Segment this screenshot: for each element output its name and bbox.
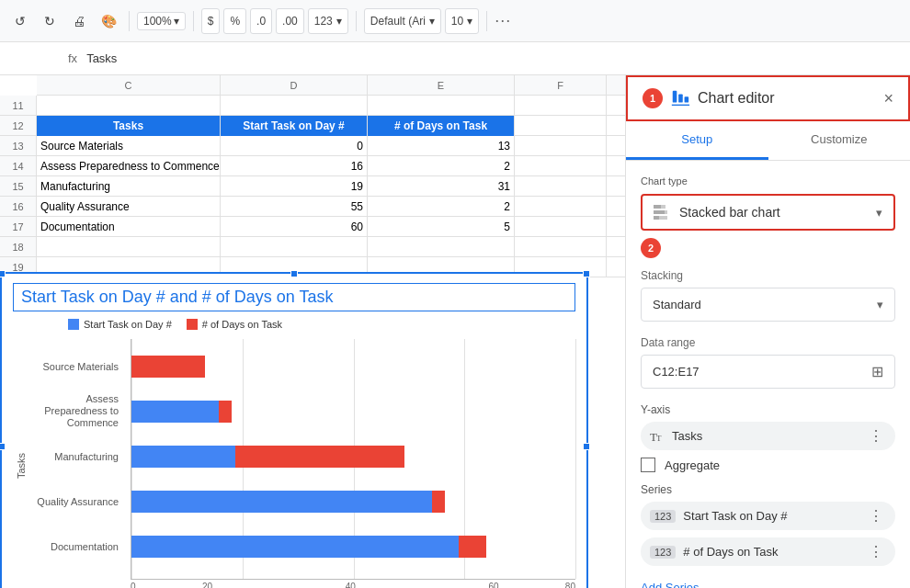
col-header-c[interactable]: C xyxy=(37,75,221,95)
cell-f17[interactable] xyxy=(515,217,607,237)
bar-blue-documentation xyxy=(131,536,459,558)
row-header-18[interactable]: 18 xyxy=(0,237,36,257)
row-header-16[interactable]: 16 xyxy=(0,197,36,217)
cell-d11[interactable] xyxy=(221,96,368,116)
row-header-15[interactable]: 15 xyxy=(0,176,36,197)
divider-4 xyxy=(486,11,487,31)
aggregate-checkbox[interactable] xyxy=(641,458,655,472)
cell-c13[interactable]: Source Materials xyxy=(37,136,221,156)
cell-f12[interactable] xyxy=(515,116,607,136)
stacking-dropdown[interactable]: Standard ▾ xyxy=(641,288,895,322)
cell-c12[interactable]: Tasks xyxy=(37,116,221,136)
redo-button[interactable]: ↻ xyxy=(37,8,63,34)
cell-e15[interactable]: 31 xyxy=(368,176,515,197)
resize-handle-tm[interactable] xyxy=(290,270,298,277)
data-range-row[interactable]: C12:E17 ⊞ xyxy=(641,355,895,389)
row-header-17[interactable]: 17 xyxy=(0,217,36,237)
cell-d13[interactable]: 0 xyxy=(221,136,368,156)
resize-handle-mr[interactable] xyxy=(583,443,590,450)
cell-c14[interactable]: Assess Preparedness to Commence xyxy=(37,156,221,176)
zoom-dropdown[interactable]: 100% ▾ xyxy=(137,12,186,30)
cell-e17[interactable]: 5 xyxy=(368,217,515,237)
formula-input[interactable] xyxy=(83,50,903,67)
bar-blue-manufacturing xyxy=(131,446,235,468)
cell-f15[interactable] xyxy=(515,176,607,197)
cell-e18[interactable] xyxy=(368,237,515,257)
font-size-dropdown[interactable]: 10 ▾ xyxy=(445,8,479,34)
stacking-value: Standard xyxy=(653,298,701,311)
x-tick-80: 80 xyxy=(565,582,575,588)
stacking-label: Stacking xyxy=(641,269,895,282)
decimal-more-button[interactable]: .00 xyxy=(276,8,304,34)
series-more-1-icon[interactable]: ⋮ xyxy=(869,507,884,525)
row-header-13[interactable]: 13 xyxy=(0,136,36,156)
ff-chevron-icon: ▾ xyxy=(429,15,435,28)
col-header-e[interactable]: E xyxy=(368,75,515,95)
table-row xyxy=(37,96,625,116)
decimal-less-label: .0 xyxy=(256,15,266,28)
y-axis-series-chip[interactable]: T T Tasks ⋮ xyxy=(641,422,895,450)
undo-button[interactable]: ↺ xyxy=(7,8,33,34)
chart-type-dropdown[interactable]: Stacked bar chart ▾ xyxy=(641,194,895,231)
col-header-d[interactable]: D xyxy=(221,75,368,95)
series-chip-1[interactable]: 123 Start Task on Day # ⋮ xyxy=(641,502,895,530)
cell-f14[interactable] xyxy=(515,156,607,176)
row-header-14[interactable]: 14 xyxy=(0,156,36,176)
col-header-f[interactable]: F xyxy=(515,75,607,95)
cell-f11[interactable] xyxy=(515,96,607,116)
cell-c17[interactable]: Documentation xyxy=(37,217,221,237)
number-format-button[interactable]: 123 ▾ xyxy=(308,8,348,34)
series-more-2-icon[interactable]: ⋮ xyxy=(869,543,884,560)
editor-close-button[interactable]: × xyxy=(883,89,893,108)
cell-c18[interactable] xyxy=(37,237,221,257)
editor-badge-2: 2 xyxy=(641,238,661,258)
cell-d18[interactable] xyxy=(221,237,368,257)
more-options-button[interactable]: ··· xyxy=(495,11,511,30)
cell-e13[interactable]: 13 xyxy=(368,136,515,156)
cell-d15[interactable]: 19 xyxy=(221,176,368,197)
y-axis-more-icon[interactable]: ⋮ xyxy=(869,427,884,445)
resize-handle-tl[interactable] xyxy=(0,270,6,277)
add-series-button[interactable]: Add Series xyxy=(641,577,700,588)
editor-badge-1: 1 xyxy=(643,88,663,108)
tab-customize[interactable]: Customize xyxy=(768,121,911,160)
grid-icon[interactable]: ⊞ xyxy=(871,363,883,380)
cell-f16[interactable] xyxy=(515,197,607,217)
chart-type-left: Stacked bar chart xyxy=(654,205,780,220)
decimal-less-button[interactable]: .0 xyxy=(250,8,272,34)
print-button[interactable]: 🖨 xyxy=(66,8,92,34)
row-header-11[interactable]: 11 xyxy=(0,96,36,116)
row-header-12[interactable]: 12 xyxy=(0,116,36,136)
font-family-dropdown[interactable]: Default (Ari ▾ xyxy=(364,8,441,34)
cell-e14[interactable]: 2 xyxy=(368,156,515,176)
legend-label-blue: Start Task on Day # xyxy=(84,319,172,330)
series-chip-2[interactable]: 123 # of Days on Task ⋮ xyxy=(641,537,895,566)
percent-button[interactable]: % xyxy=(223,8,246,34)
paint-format-button[interactable]: 🎨 xyxy=(96,8,121,34)
cell-c11[interactable] xyxy=(37,96,221,116)
cell-e12[interactable]: # of Days on Task xyxy=(368,116,515,136)
divider-1 xyxy=(129,11,130,31)
cell-f13[interactable] xyxy=(515,136,607,156)
cell-d14[interactable]: 16 xyxy=(221,156,368,176)
cell-d12[interactable]: Start Task on Day # xyxy=(221,116,368,136)
cell-e16[interactable]: 2 xyxy=(368,197,515,217)
tab-setup[interactable]: Setup xyxy=(626,121,768,160)
divider-2 xyxy=(193,11,194,31)
cell-c15[interactable]: Manufacturing xyxy=(37,176,221,197)
chart-container[interactable]: Start Task on Day # # of Days on Task Ta… xyxy=(0,272,588,588)
table-row: Quality Assurance 55 2 xyxy=(37,197,625,217)
resize-handle-ml[interactable] xyxy=(0,443,6,450)
cell-c16[interactable]: Quality Assurance xyxy=(37,197,221,217)
cell-d16[interactable]: 55 xyxy=(221,197,368,217)
resize-handle-tr[interactable] xyxy=(583,270,590,277)
currency-button[interactable]: $ xyxy=(201,8,221,34)
zoom-chevron-icon: ▾ xyxy=(174,15,179,28)
cell-d17[interactable]: 60 xyxy=(221,217,368,237)
cell-e11[interactable] xyxy=(368,96,515,116)
chart-title[interactable] xyxy=(13,283,575,311)
formula-bar: fx xyxy=(0,42,910,75)
series-chip-2-left: 123 # of Days on Task xyxy=(650,545,778,559)
cell-f18[interactable] xyxy=(515,237,607,257)
cell-reference[interactable] xyxy=(7,52,63,65)
